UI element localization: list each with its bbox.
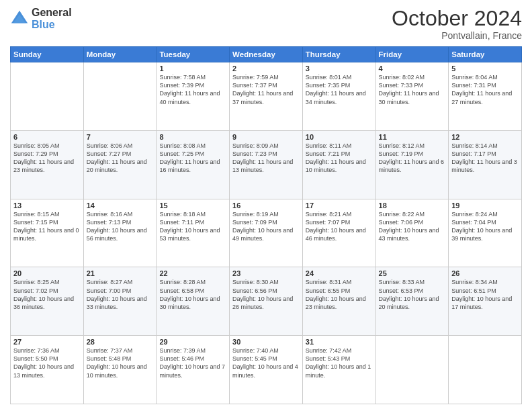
day-number: 3 xyxy=(306,64,373,73)
day-number: 7 xyxy=(87,133,154,141)
day-info: Sunrise: 8:28 AM Sunset: 6:58 PM Dayligh… xyxy=(159,278,226,311)
day-number: 20 xyxy=(13,269,81,277)
calendar-cell-w1-d6: 5Sunrise: 8:04 AM Sunset: 7:31 PM Daylig… xyxy=(449,62,522,131)
day-number: 4 xyxy=(379,64,446,73)
day-info: Sunrise: 7:59 AM Sunset: 7:37 PM Dayligh… xyxy=(232,73,300,106)
calendar-table: Sunday Monday Tuesday Wednesday Thursday… xyxy=(10,46,522,404)
day-number: 19 xyxy=(451,201,519,210)
calendar-cell-w3-d6: 19Sunrise: 8:24 AM Sunset: 7:04 PM Dayli… xyxy=(449,199,522,267)
header-tuesday: Tuesday xyxy=(157,47,230,62)
day-number: 11 xyxy=(379,133,446,141)
calendar-cell-w4-d3: 23Sunrise: 8:30 AM Sunset: 6:56 PM Dayli… xyxy=(230,267,303,336)
header-wednesday: Wednesday xyxy=(230,47,303,62)
day-info: Sunrise: 8:14 AM Sunset: 7:17 PM Dayligh… xyxy=(451,142,519,175)
day-number: 16 xyxy=(232,201,300,210)
day-info: Sunrise: 8:12 AM Sunset: 7:19 PM Dayligh… xyxy=(379,142,446,175)
calendar-cell-w4-d4: 24Sunrise: 8:31 AM Sunset: 6:55 PM Dayli… xyxy=(302,267,375,336)
day-info: Sunrise: 8:09 AM Sunset: 7:23 PM Dayligh… xyxy=(232,142,300,175)
day-info: Sunrise: 8:04 AM Sunset: 7:31 PM Dayligh… xyxy=(451,73,519,106)
day-info: Sunrise: 7:40 AM Sunset: 5:45 PM Dayligh… xyxy=(232,347,300,379)
day-number: 26 xyxy=(451,269,519,277)
week-row-1: 1Sunrise: 7:58 AM Sunset: 7:39 PM Daylig… xyxy=(11,62,522,131)
day-number: 15 xyxy=(159,201,226,210)
day-number: 25 xyxy=(379,269,446,277)
day-number: 22 xyxy=(159,269,226,277)
day-info: Sunrise: 8:25 AM Sunset: 7:02 PM Dayligh… xyxy=(13,278,81,311)
day-info: Sunrise: 8:06 AM Sunset: 7:27 PM Dayligh… xyxy=(87,142,154,175)
day-info: Sunrise: 7:39 AM Sunset: 5:46 PM Dayligh… xyxy=(159,347,226,379)
day-number: 29 xyxy=(159,338,226,346)
calendar-cell-w5-d2: 29Sunrise: 7:39 AM Sunset: 5:46 PM Dayli… xyxy=(157,336,230,404)
calendar-cell-w4-d2: 22Sunrise: 8:28 AM Sunset: 6:58 PM Dayli… xyxy=(157,267,230,336)
day-info: Sunrise: 8:22 AM Sunset: 7:06 PM Dayligh… xyxy=(379,210,446,243)
day-info: Sunrise: 8:34 AM Sunset: 6:51 PM Dayligh… xyxy=(451,278,519,311)
day-number: 31 xyxy=(306,338,373,346)
calendar-cell-w4-d1: 21Sunrise: 8:27 AM Sunset: 7:00 PM Dayli… xyxy=(83,267,157,336)
week-row-2: 6Sunrise: 8:05 AM Sunset: 7:29 PM Daylig… xyxy=(11,130,522,199)
calendar-cell-w2-d6: 12Sunrise: 8:14 AM Sunset: 7:17 PM Dayli… xyxy=(449,130,522,199)
day-info: Sunrise: 8:02 AM Sunset: 7:33 PM Dayligh… xyxy=(379,73,446,106)
day-number: 6 xyxy=(13,133,81,141)
week-row-4: 20Sunrise: 8:25 AM Sunset: 7:02 PM Dayli… xyxy=(11,267,522,336)
calendar-cell-w1-d3: 2Sunrise: 7:59 AM Sunset: 7:37 PM Daylig… xyxy=(230,62,303,131)
logo: General Blue xyxy=(10,7,72,31)
calendar-cell-w2-d2: 8Sunrise: 8:08 AM Sunset: 7:25 PM Daylig… xyxy=(157,130,230,199)
month-title: October 2024 xyxy=(392,7,522,30)
page: General Blue October 2024 Pontvallain, F… xyxy=(0,0,532,411)
day-number: 23 xyxy=(232,269,300,277)
day-info: Sunrise: 7:36 AM Sunset: 5:50 PM Dayligh… xyxy=(13,347,81,379)
calendar-cell-w3-d5: 18Sunrise: 8:22 AM Sunset: 7:06 PM Dayli… xyxy=(375,199,449,267)
day-info: Sunrise: 8:31 AM Sunset: 6:55 PM Dayligh… xyxy=(306,278,373,311)
day-info: Sunrise: 8:01 AM Sunset: 7:35 PM Dayligh… xyxy=(306,73,373,106)
day-info: Sunrise: 8:11 AM Sunset: 7:21 PM Dayligh… xyxy=(306,142,373,175)
day-info: Sunrise: 8:24 AM Sunset: 7:04 PM Dayligh… xyxy=(451,210,519,243)
location: Pontvallain, France xyxy=(392,30,522,41)
calendar-cell-w1-d4: 3Sunrise: 8:01 AM Sunset: 7:35 PM Daylig… xyxy=(302,62,375,131)
calendar-cell-w3-d4: 17Sunrise: 8:21 AM Sunset: 7:07 PM Dayli… xyxy=(302,199,375,267)
calendar-cell-w2-d1: 7Sunrise: 8:06 AM Sunset: 7:27 PM Daylig… xyxy=(83,130,157,199)
calendar-cell-w2-d4: 10Sunrise: 8:11 AM Sunset: 7:21 PM Dayli… xyxy=(302,130,375,199)
day-info: Sunrise: 8:05 AM Sunset: 7:29 PM Dayligh… xyxy=(13,142,81,175)
calendar-cell-w3-d3: 16Sunrise: 8:19 AM Sunset: 7:09 PM Dayli… xyxy=(230,199,303,267)
header-saturday: Saturday xyxy=(449,47,522,62)
day-number: 28 xyxy=(87,338,154,346)
day-number: 10 xyxy=(306,133,373,141)
day-info: Sunrise: 8:27 AM Sunset: 7:00 PM Dayligh… xyxy=(87,278,154,311)
day-number: 2 xyxy=(232,64,300,73)
day-number: 12 xyxy=(451,133,519,141)
day-info: Sunrise: 8:16 AM Sunset: 7:13 PM Dayligh… xyxy=(87,210,154,243)
calendar-cell-w5-d4: 31Sunrise: 7:42 AM Sunset: 5:43 PM Dayli… xyxy=(302,336,375,404)
day-number: 14 xyxy=(87,201,154,210)
week-row-3: 13Sunrise: 8:15 AM Sunset: 7:15 PM Dayli… xyxy=(11,199,522,267)
calendar-cell-w5-d1: 28Sunrise: 7:37 AM Sunset: 5:48 PM Dayli… xyxy=(83,336,157,404)
day-info: Sunrise: 7:37 AM Sunset: 5:48 PM Dayligh… xyxy=(87,347,154,379)
logo-text: General Blue xyxy=(32,7,72,31)
calendar-cell-w3-d0: 13Sunrise: 8:15 AM Sunset: 7:15 PM Dayli… xyxy=(11,199,84,267)
calendar-cell-w4-d6: 26Sunrise: 8:34 AM Sunset: 6:51 PM Dayli… xyxy=(449,267,522,336)
day-info: Sunrise: 7:42 AM Sunset: 5:43 PM Dayligh… xyxy=(306,347,373,379)
day-number: 1 xyxy=(159,64,226,73)
day-number: 18 xyxy=(379,201,446,210)
week-row-5: 27Sunrise: 7:36 AM Sunset: 5:50 PM Dayli… xyxy=(11,336,522,404)
calendar-cell-w5-d3: 30Sunrise: 7:40 AM Sunset: 5:45 PM Dayli… xyxy=(230,336,303,404)
day-info: Sunrise: 8:33 AM Sunset: 6:53 PM Dayligh… xyxy=(379,278,446,311)
calendar-cell-w4-d0: 20Sunrise: 8:25 AM Sunset: 7:02 PM Dayli… xyxy=(11,267,84,336)
calendar-cell-w3-d2: 15Sunrise: 8:18 AM Sunset: 7:11 PM Dayli… xyxy=(157,199,230,267)
header: General Blue October 2024 Pontvallain, F… xyxy=(10,7,522,41)
day-number: 30 xyxy=(232,338,300,346)
calendar-cell-w4-d5: 25Sunrise: 8:33 AM Sunset: 6:53 PM Dayli… xyxy=(375,267,449,336)
calendar-cell-w2-d3: 9Sunrise: 8:09 AM Sunset: 7:23 PM Daylig… xyxy=(230,130,303,199)
calendar-cell-w5-d6 xyxy=(449,336,522,404)
day-number: 17 xyxy=(306,201,373,210)
calendar-cell-w2-d0: 6Sunrise: 8:05 AM Sunset: 7:29 PM Daylig… xyxy=(11,130,84,199)
title-area: October 2024 Pontvallain, France xyxy=(392,7,522,41)
day-info: Sunrise: 8:18 AM Sunset: 7:11 PM Dayligh… xyxy=(159,210,226,243)
day-number: 27 xyxy=(13,338,81,346)
header-friday: Friday xyxy=(375,47,449,62)
calendar-cell-w1-d0 xyxy=(11,62,84,131)
day-info: Sunrise: 8:15 AM Sunset: 7:15 PM Dayligh… xyxy=(13,210,81,243)
day-info: Sunrise: 8:21 AM Sunset: 7:07 PM Dayligh… xyxy=(306,210,373,243)
day-number: 24 xyxy=(306,269,373,277)
header-sunday: Sunday xyxy=(11,47,84,62)
calendar-cell-w5-d5 xyxy=(375,336,449,404)
